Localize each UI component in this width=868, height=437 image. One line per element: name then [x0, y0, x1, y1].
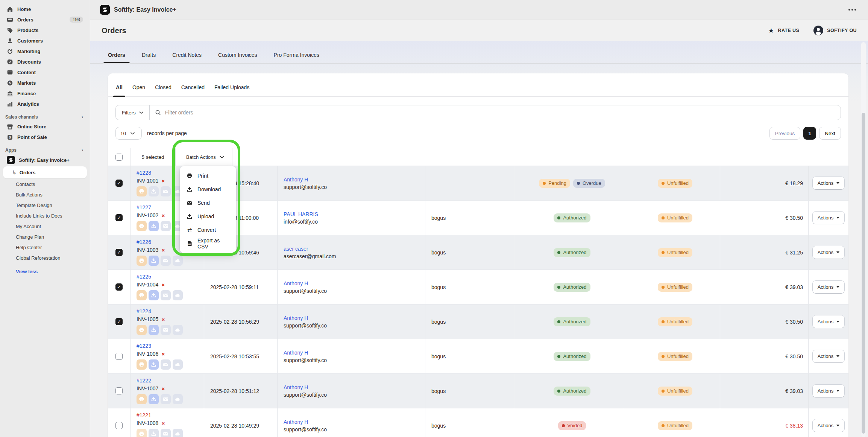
sidebar-item-home[interactable]: Home [3, 4, 87, 14]
menu-item-convert[interactable]: ⇄ Convert [180, 223, 236, 237]
account-menu[interactable]: SOFTIFY OU [813, 26, 857, 35]
download-chip-icon[interactable] [149, 359, 159, 370]
actions-button[interactable]: Actions [812, 246, 845, 259]
menu-item-print[interactable]: Print [180, 169, 236, 183]
sidebar-link-contacts[interactable]: Contacts [3, 179, 87, 189]
actions-button[interactable]: Actions [812, 211, 845, 224]
actions-button[interactable]: Actions [812, 384, 845, 397]
actions-button[interactable]: Actions [812, 177, 845, 190]
cloud-chip-icon[interactable] [173, 290, 183, 300]
row-checkbox[interactable] [115, 387, 123, 394]
print-chip-icon[interactable] [137, 359, 147, 370]
row-checkbox[interactable]: ✓ [115, 214, 123, 221]
sidebar-link-template-design[interactable]: Template Design [3, 200, 87, 210]
order-link[interactable]: #1223 [137, 343, 204, 349]
print-chip-icon[interactable] [137, 256, 147, 266]
tab-pro-forma-invoices[interactable]: Pro Forma Invoices [266, 52, 328, 63]
subtab-open[interactable]: Open [127, 84, 150, 96]
sidebar-item-discounts[interactable]: Discounts [3, 56, 87, 67]
menu-item-upload[interactable]: Upload [180, 210, 236, 223]
tab-orders[interactable]: Orders [100, 52, 134, 63]
delete-invoice-icon[interactable]: × [161, 178, 165, 184]
delete-invoice-icon[interactable]: × [161, 386, 165, 391]
more-options-icon[interactable] [846, 7, 858, 13]
print-chip-icon[interactable] [137, 325, 147, 335]
customer-link[interactable]: PAUL HARRIS [284, 211, 425, 217]
row-checkbox[interactable]: ✓ [115, 249, 123, 256]
subtab-failed-uploads[interactable]: Failed Uploads [209, 84, 254, 96]
tab-drafts[interactable]: Drafts [134, 52, 164, 63]
delete-invoice-icon[interactable]: × [161, 282, 165, 288]
sidebar-item-orders[interactable]: Orders 193 [3, 14, 87, 25]
customer-link[interactable]: Anthony H [284, 177, 425, 183]
actions-button[interactable]: Actions [812, 280, 845, 294]
customer-link[interactable]: Anthony H [284, 280, 425, 286]
current-page-button[interactable]: 1 [803, 127, 816, 140]
filters-button[interactable]: Filters [116, 105, 150, 120]
sidebar-link-global-reforestation[interactable]: Global Reforestation [3, 253, 87, 263]
cloud-chip-icon[interactable] [173, 359, 183, 370]
menu-item-export-csv[interactable]: CSV Export as CSV [180, 237, 236, 250]
email-chip-icon[interactable] [161, 290, 171, 300]
sidebar-link-include-links[interactable]: Include Links to Docs [3, 210, 87, 221]
menu-item-send[interactable]: Send [180, 196, 236, 210]
filter-orders-input[interactable] [164, 109, 835, 116]
apps-header[interactable]: Apps › [5, 148, 83, 153]
delete-invoice-icon[interactable]: × [161, 351, 165, 357]
email-chip-icon[interactable] [161, 256, 171, 266]
next-page-button[interactable]: Next [819, 127, 841, 140]
previous-page-button[interactable]: Previous [769, 127, 801, 140]
sidebar-app-orders-selected[interactable]: ↳ Orders [3, 166, 87, 178]
delete-invoice-icon[interactable]: × [161, 247, 165, 253]
order-link[interactable]: #1224 [137, 308, 204, 314]
actions-button[interactable]: Actions [812, 419, 845, 432]
customer-link[interactable]: aser caser [284, 246, 425, 252]
subtab-closed[interactable]: Closed [150, 84, 176, 96]
email-chip-icon[interactable] [161, 394, 171, 404]
customer-link[interactable]: Anthony H [284, 384, 425, 390]
subtab-cancelled[interactable]: Cancelled [176, 84, 209, 96]
download-chip-icon[interactable] [149, 186, 159, 196]
email-chip-icon[interactable] [161, 325, 171, 335]
menu-item-download[interactable]: Download [180, 183, 236, 196]
row-checkbox[interactable] [115, 353, 123, 360]
download-chip-icon[interactable] [149, 221, 159, 231]
delete-invoice-icon[interactable]: × [161, 213, 165, 218]
view-less-link[interactable]: View less [3, 266, 87, 277]
rate-us-button[interactable]: ★ RATE US [768, 27, 799, 34]
tab-credit-notes[interactable]: Credit Notes [164, 52, 210, 63]
scrollbar-thumb[interactable] [862, 113, 865, 434]
cloud-chip-icon[interactable] [173, 325, 183, 335]
customer-link[interactable]: Anthony H [284, 350, 425, 356]
sidebar-item-point-of-sale[interactable]: $ Point of Sale [3, 132, 87, 142]
sidebar-item-markets[interactable]: $ Markets [3, 78, 87, 88]
download-chip-icon[interactable] [149, 256, 159, 266]
select-all-checkbox[interactable] [115, 154, 123, 161]
sidebar-item-marketing[interactable]: Marketing [3, 46, 87, 56]
sales-channels-header[interactable]: Sales channels › [5, 114, 83, 120]
actions-button[interactable]: Actions [812, 350, 845, 363]
cloud-chip-icon[interactable] [173, 429, 183, 437]
delete-invoice-icon[interactable]: × [161, 420, 165, 426]
batch-actions-button[interactable]: Batch Actions [176, 148, 232, 166]
print-chip-icon[interactable] [137, 221, 147, 231]
print-chip-icon[interactable] [137, 394, 147, 404]
order-link[interactable]: #1221 [137, 412, 204, 418]
email-chip-icon[interactable] [161, 359, 171, 370]
sidebar-link-bulk-actions[interactable]: Bulk Actions [3, 189, 87, 200]
sidebar-link-change-plan[interactable]: Change Plan [3, 231, 87, 242]
actions-button[interactable]: Actions [812, 315, 845, 328]
sidebar-item-content[interactable]: Content [3, 67, 87, 78]
sidebar-link-my-account[interactable]: My Account [3, 221, 87, 231]
download-chip-icon[interactable] [149, 325, 159, 335]
order-link[interactable]: #1225 [137, 274, 204, 280]
print-chip-icon[interactable] [137, 290, 147, 300]
sidebar-link-help-center[interactable]: Help Center [3, 242, 87, 253]
sidebar-item-customers[interactable]: Customers [3, 35, 87, 46]
customer-link[interactable]: Anthony H [284, 419, 425, 425]
email-chip-icon[interactable] [161, 429, 171, 437]
tab-custom-invoices[interactable]: Custom Invoices [210, 52, 265, 63]
row-checkbox[interactable]: ✓ [115, 283, 123, 291]
email-chip-icon[interactable] [161, 221, 171, 231]
cloud-chip-icon[interactable] [173, 394, 183, 404]
